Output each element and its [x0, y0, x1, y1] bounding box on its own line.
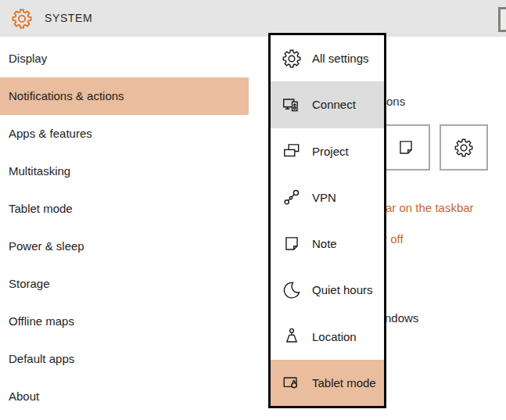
quick-menu-item-label: Project — [312, 145, 349, 158]
quick-menu-item-connect[interactable]: Connect — [271, 81, 384, 127]
settings-gear-icon — [11, 8, 33, 30]
quick-actions-menu: All settingsConnectProjectVPNNoteQuiet h… — [268, 33, 386, 408]
sidebar-item-storage[interactable]: Storage — [0, 265, 249, 303]
sidebar-item-about[interactable]: About — [0, 378, 249, 415]
taskbar-icons-link-fragment[interactable]: ar on the taskbar — [386, 201, 474, 214]
sidebar-item-power-sleep[interactable]: Power & sleep — [0, 228, 249, 265]
sidebar-item-tablet-mode[interactable]: Tablet mode — [0, 190, 249, 228]
sidebar-item-apps-features[interactable]: Apps & features — [0, 115, 249, 153]
quick-menu-item-all-settings[interactable]: All settings — [271, 35, 384, 81]
search-box-partial[interactable] — [498, 7, 506, 32]
sidebar: DisplayNotifications & actionsApps & fea… — [0, 37, 249, 420]
quick-actions-heading-fragment: ons — [386, 95, 405, 108]
project-icon — [282, 141, 302, 161]
gear-icon — [282, 48, 302, 69]
quick-menu-item-label: Note — [312, 237, 337, 250]
quick-menu-item-vpn[interactable]: VPN — [271, 174, 384, 221]
settings-window: SYSTEM DisplayNotifications & actionsApp… — [0, 0, 506, 420]
sidebar-item-multitasking[interactable]: Multitasking — [0, 153, 249, 190]
quick-menu-item-label: Location — [312, 330, 357, 343]
note-icon — [396, 138, 416, 158]
quick-action-tile-note[interactable] — [382, 124, 430, 171]
gear-icon — [454, 138, 474, 158]
sidebar-item-default-apps[interactable]: Default apps — [0, 340, 249, 378]
quick-menu-item-project[interactable]: Project — [271, 128, 384, 174]
page-title: SYSTEM — [45, 0, 92, 37]
note-icon — [282, 234, 302, 254]
title-bar: SYSTEM — [0, 0, 506, 37]
quick-menu-item-note[interactable]: Note — [271, 221, 384, 267]
quick-menu-item-label: Connect — [312, 98, 356, 111]
location-icon — [282, 326, 302, 346]
quick-menu-item-quiet-hours[interactable]: Quiet hours — [271, 267, 384, 313]
quick-menu-item-label: Tablet mode — [312, 376, 376, 389]
tablet-icon — [282, 372, 302, 393]
quick-menu-item-location[interactable]: Location — [271, 314, 384, 360]
quick-menu-item-label: VPN — [312, 191, 336, 204]
quick-menu-item-tablet-mode[interactable]: Tablet mode — [271, 360, 384, 406]
vpn-icon — [282, 187, 302, 207]
connect-icon — [282, 95, 302, 115]
sidebar-item-notifications-actions[interactable]: Notifications & actions — [0, 77, 249, 115]
sidebar-item-offline-maps[interactable]: Offline maps — [0, 303, 249, 340]
windows-text-fragment: ndows — [385, 311, 418, 325]
quick-action-tile-gear[interactable] — [440, 124, 488, 171]
quick-menu-item-label: All settings — [312, 52, 369, 65]
moon-icon — [282, 280, 302, 300]
quick-menu-item-label: Quiet hours — [312, 283, 373, 296]
sidebar-item-display[interactable]: Display — [0, 40, 249, 77]
